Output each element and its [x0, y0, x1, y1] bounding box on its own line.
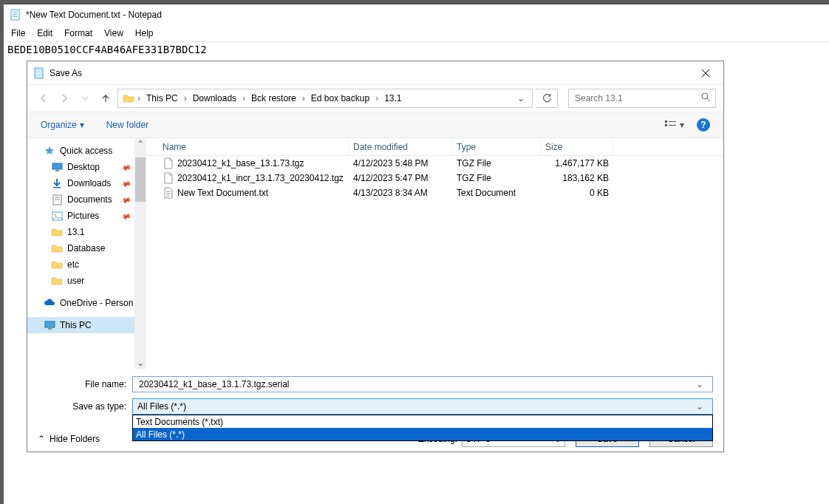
pin-icon: 📌 [120, 194, 132, 205]
col-type[interactable]: Type [452, 138, 541, 155]
filename-input[interactable] [137, 378, 696, 390]
svg-point-7 [702, 93, 708, 99]
svg-rect-21 [45, 321, 55, 327]
folder-icon [51, 259, 63, 270]
tree-item-documents[interactable]: Documents📌 [27, 191, 134, 208]
menu-edit[interactable]: Edit [37, 28, 52, 38]
svg-rect-10 [665, 124, 667, 126]
cloud-icon [44, 297, 55, 309]
file-list-header[interactable]: Name Date modified Type Size [146, 138, 723, 156]
organize-menu[interactable]: Organize▾ [41, 120, 84, 130]
tree-item-database[interactable]: Database [27, 240, 134, 256]
nav-up-button[interactable] [97, 89, 115, 107]
recent-dropdown[interactable] [76, 89, 94, 107]
saveas-title-icon [33, 67, 45, 79]
svg-rect-0 [11, 10, 19, 20]
folder-icon [121, 91, 136, 106]
tree-item-13-1[interactable]: 13.1 [27, 224, 134, 240]
chevron-down-icon[interactable]: ⌄ [696, 401, 708, 412]
tree-item-etc[interactable]: etc [27, 256, 134, 273]
notepad-textarea[interactable]: BEDE10B0510CCF4AB46AFE331B7BDC12 [4, 41, 829, 57]
close-button[interactable] [691, 63, 720, 84]
col-name[interactable]: Name [158, 138, 349, 155]
file-row[interactable]: New Text Document.txt4/13/2023 8:34 AMTe… [146, 185, 723, 200]
arrow-left-icon [38, 93, 49, 103]
file-icon [163, 157, 174, 169]
bc-edbox[interactable]: Ed box backup [307, 89, 374, 107]
nav-fwd-button[interactable] [55, 89, 73, 107]
hide-folders-button[interactable]: ⌃ Hide Folders [38, 434, 100, 444]
search-icon [701, 92, 711, 104]
savetype-label: Save as type: [38, 401, 132, 412]
bc-thispc[interactable]: This PC [142, 89, 182, 107]
help-button[interactable]: ? [697, 118, 710, 132]
svg-rect-11 [669, 121, 676, 122]
notepad-menubar: File Edit Format View Help [4, 25, 829, 41]
search-input[interactable] [573, 92, 701, 104]
chevron-down-icon [81, 95, 89, 102]
menu-format[interactable]: Format [64, 28, 92, 38]
svg-rect-12 [669, 125, 676, 126]
savetype-option-all[interactable]: All Files (*.*) [133, 428, 712, 440]
file-row[interactable]: 20230412_k1_base_13.1.73.tgz4/12/2023 5:… [146, 156, 723, 171]
new-folder-button[interactable]: New folder [106, 120, 149, 130]
notepad-icon [10, 9, 21, 21]
view-mode-button[interactable]: ▾ [661, 116, 688, 134]
file-list: Name Date modified Type Size 20230412_k1… [146, 138, 723, 369]
pin-icon: 📌 [120, 177, 132, 189]
refresh-button[interactable] [536, 89, 558, 108]
nav-tree: Quick access Desktop📌Downloads📌Documents… [27, 138, 134, 369]
bc-bckrestore[interactable]: Bck restore [247, 89, 301, 107]
tree-item-desktop[interactable]: Desktop📌 [27, 159, 134, 175]
arrow-right-icon [59, 93, 69, 103]
breadcrumb[interactable]: › This PC› Downloads› Bck restore› Ed bo… [117, 89, 533, 108]
col-size[interactable]: Size [541, 138, 613, 155]
menu-file[interactable]: File [11, 28, 25, 38]
file-row[interactable]: 20230412_k1_incr_13.1.73_20230412.tgz4/1… [146, 171, 723, 185]
tree-item-pictures[interactable]: Pictures📌 [27, 208, 134, 224]
star-icon [44, 145, 55, 157]
svg-rect-22 [48, 328, 52, 330]
desktop-icon [51, 161, 63, 173]
tree-this-pc[interactable]: This PC [27, 317, 134, 333]
search-box[interactable] [568, 89, 716, 108]
breadcrumb-dropdown[interactable]: ⌄ [513, 93, 529, 103]
arrow-up-icon [100, 93, 111, 103]
svg-line-8 [707, 98, 710, 101]
savetype-combo[interactable]: All Files (*.*) ⌄ Text Documents (*.txt)… [132, 398, 713, 415]
saveas-fields: File name: ⌄ Save as type: All Files (*.… [27, 369, 723, 423]
col-date[interactable]: Date modified [349, 138, 452, 155]
tree-scrollbar[interactable]: ⌃ ⌄ [134, 138, 146, 369]
savetype-option-txt[interactable]: Text Documents (*.txt) [133, 415, 712, 428]
folder-icon [51, 275, 63, 287]
scroll-up-icon[interactable]: ⌃ [134, 138, 146, 150]
scroll-thumb[interactable] [135, 157, 146, 202]
chevron-down-icon[interactable]: ⌄ [696, 379, 708, 389]
tree-quick-access[interactable]: Quick access [27, 143, 134, 159]
svg-rect-13 [52, 163, 62, 169]
pictures-icon [51, 210, 63, 222]
nav-back-button[interactable] [35, 89, 52, 107]
svg-rect-15 [53, 187, 61, 188]
menu-view[interactable]: View [104, 28, 123, 38]
folder-icon [51, 242, 63, 254]
tree-onedrive[interactable]: OneDrive - Person [27, 295, 134, 311]
chevron-right-icon: › [136, 93, 142, 103]
documents-icon [51, 194, 63, 205]
bc-downloads[interactable]: Downloads [188, 89, 241, 107]
menu-help[interactable]: Help [135, 28, 154, 38]
refresh-icon [542, 93, 552, 103]
tree-item-user[interactable]: user [27, 273, 134, 289]
bc-131[interactable]: 13.1 [380, 89, 406, 107]
chevron-up-icon: ⌃ [38, 434, 45, 444]
scroll-down-icon[interactable]: ⌄ [134, 357, 146, 369]
tree-item-downloads[interactable]: Downloads📌 [27, 175, 134, 191]
saveas-title: Save As [50, 68, 691, 78]
downloads-icon [51, 177, 63, 189]
svg-rect-9 [665, 120, 667, 123]
folder-icon [51, 226, 63, 238]
savetype-value: All Files (*.*) [137, 401, 186, 412]
svg-rect-14 [55, 170, 59, 171]
filename-combo[interactable]: ⌄ [132, 376, 713, 392]
filename-label: File name: [38, 379, 132, 389]
